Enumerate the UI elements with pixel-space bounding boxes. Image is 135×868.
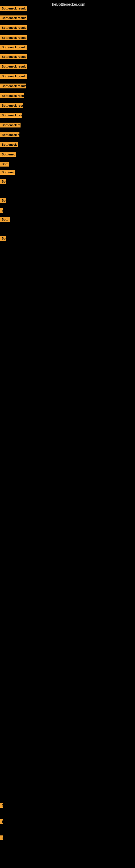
bottleneck-badge-26: B (0, 835, 3, 840)
bottleneck-badge-14: Bottleneck res (0, 132, 19, 137)
bottleneck-badge-15: Bottleneck re (0, 142, 18, 147)
bottleneck-badge-3: Bottleneck result (0, 25, 27, 30)
bottleneck-badge-9: Bottleneck result (0, 84, 26, 88)
vertical-line-6 (1, 786, 1, 792)
bottleneck-badge-11: Bottleneck result (0, 103, 23, 108)
bottleneck-badge-17: Bott (0, 162, 9, 166)
bottleneck-badge-7: Bottleneck result (0, 64, 27, 69)
bottleneck-badge-5: Bottleneck result (0, 45, 27, 50)
bottleneck-badge-12: Bottleneck resu (0, 113, 21, 118)
bottleneck-badge-20: Bo (0, 198, 6, 203)
vertical-line-0 (1, 415, 1, 464)
bottleneck-badge-10: Bottleneck result (0, 93, 24, 98)
vertical-line-5 (1, 760, 1, 765)
vertical-line-3 (1, 651, 1, 667)
vertical-line-7 (1, 814, 1, 819)
bottleneck-badge-6: Bottleneck result (0, 54, 27, 59)
bottleneck-badge-2: Bottleneck result (0, 16, 27, 20)
vertical-line-4 (1, 733, 1, 749)
bottleneck-badge-22: Bottl (0, 217, 10, 222)
bottleneck-badge-1: Bottleneck result (0, 6, 27, 11)
bottleneck-badge-24: B (0, 803, 3, 808)
bottleneck-badge-21: B (0, 208, 3, 213)
vertical-line-2 (1, 569, 1, 586)
bottleneck-badge-23: Bo (0, 236, 6, 241)
bottleneck-badge-16: Bottlenec (0, 152, 16, 157)
bottleneck-badge-8: Bottleneck result (0, 74, 27, 79)
bottleneck-badge-13: Bottleneck res (0, 123, 20, 127)
bottleneck-badge-18: Bottlene (0, 170, 15, 175)
vertical-line-1 (1, 502, 1, 545)
bottleneck-badge-19: Bo (0, 179, 6, 184)
bottleneck-badge-25: B (0, 819, 3, 824)
bottleneck-badge-4: Bottleneck result (0, 35, 27, 40)
